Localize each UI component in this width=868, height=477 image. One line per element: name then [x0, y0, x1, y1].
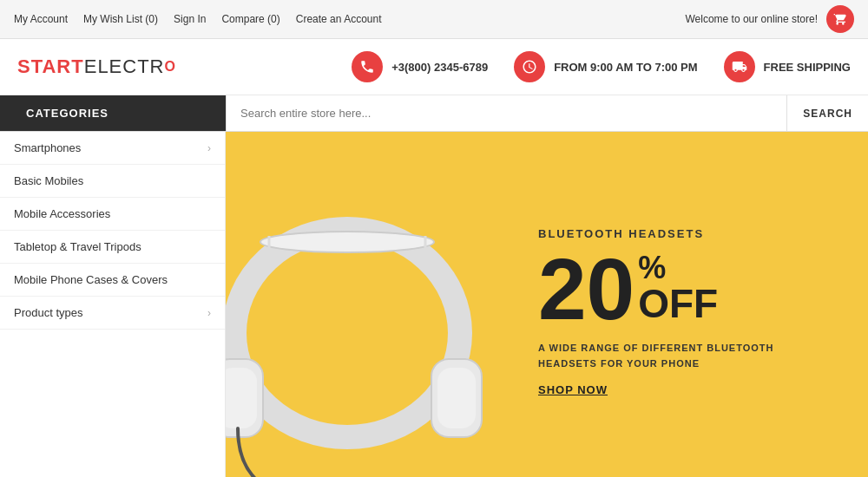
nav-bar: CATEGORIES SEARCH [0, 95, 868, 132]
hero-off: OFF [638, 284, 718, 323]
sign-in-link[interactable]: Sign In [174, 13, 206, 25]
search-button[interactable]: SEARCH [786, 95, 868, 131]
phone-icon [359, 59, 375, 75]
phone-text: +3(800) 2345-6789 [391, 61, 488, 74]
hero-banner: BLUETOOTH HEADSETS 20 % OFF A WIDE RANGE… [226, 132, 868, 477]
chevron-right-icon: › [207, 307, 211, 319]
sidebar: Smartphones › Basic Mobiles Mobile Acces… [0, 132, 226, 477]
hours-info: FROM 9:00 AM TO 7:00 PM [514, 51, 697, 82]
clock-icon [522, 59, 537, 75]
top-bar-links: My Account My Wish List (0) Sign In Comp… [14, 13, 382, 25]
compare-link[interactable]: Compare (0) [221, 13, 279, 25]
truck-icon [732, 59, 747, 75]
sidebar-item-mobile-accessories[interactable]: Mobile Accessories [0, 198, 225, 231]
sidebar-item-label: Product types [14, 306, 83, 319]
hero-percent: % [638, 252, 718, 284]
shipping-text: FREE SHIPPING [764, 61, 851, 74]
logo[interactable]: START ELECTR O [17, 56, 175, 78]
header: START ELECTR O +3(800) 2345-6789 FROM 9:… [0, 39, 868, 95]
chevron-right-icon: › [207, 142, 211, 154]
phone-info: +3(800) 2345-6789 [352, 51, 488, 82]
cart-icon [833, 12, 847, 26]
top-bar: My Account My Wish List (0) Sign In Comp… [0, 0, 868, 39]
hero-subtitle: BLUETOOTH HEADSETS [538, 227, 774, 240]
logo-electro: ELECTR [84, 56, 165, 78]
sidebar-item-product-types[interactable]: Product types › [0, 297, 225, 330]
sidebar-item-label: Smartphones [14, 141, 81, 154]
main-content: Smartphones › Basic Mobiles Mobile Acces… [0, 132, 868, 477]
hero-description: A WIDE RANGE OF DIFFERENT BLUETOOTH HEAD… [538, 341, 774, 371]
hero-percent-off: % OFF [638, 252, 718, 323]
top-bar-right: Welcome to our online store! [685, 5, 854, 33]
logo-start: START [17, 56, 84, 78]
truck-icon-circle [724, 51, 755, 82]
sidebar-item-tabletop[interactable]: Tabletop & Travel Tripods [0, 231, 225, 264]
create-account-link[interactable]: Create an Account [296, 13, 382, 25]
sidebar-item-basic-mobiles[interactable]: Basic Mobiles [0, 165, 225, 198]
cart-button[interactable] [826, 5, 854, 33]
wishlist-link[interactable]: My Wish List (0) [83, 13, 158, 25]
sidebar-item-label: Mobile Phone Cases & Covers [14, 273, 168, 286]
svg-rect-4 [437, 368, 476, 428]
svg-point-5 [260, 232, 434, 252]
sidebar-item-label: Mobile Accessories [14, 207, 110, 220]
phone-icon-circle [352, 51, 383, 82]
sidebar-item-label: Basic Mobiles [14, 174, 83, 187]
categories-button[interactable]: CATEGORIES [0, 95, 226, 131]
welcome-text: Welcome to our online store! [685, 13, 818, 25]
shipping-info: FREE SHIPPING [724, 51, 851, 82]
svg-point-0 [234, 229, 460, 437]
hours-text: FROM 9:00 AM TO 7:00 PM [554, 61, 697, 74]
hero-number: 20 [538, 245, 635, 332]
hero-content: BLUETOOTH HEADSETS 20 % OFF A WIDE RANGE… [538, 227, 774, 397]
header-info: +3(800) 2345-6789 FROM 9:00 AM TO 7:00 P… [352, 51, 851, 82]
hero-discount: 20 % OFF [538, 245, 774, 332]
sidebar-item-label: Tabletop & Travel Tripods [14, 240, 141, 253]
clock-icon-circle [514, 51, 545, 82]
logo-dot: O [165, 59, 175, 75]
sidebar-item-cases-covers[interactable]: Mobile Phone Cases & Covers [0, 264, 225, 297]
my-account-link[interactable]: My Account [14, 13, 68, 25]
search-input[interactable] [227, 95, 786, 131]
search-area: SEARCH [226, 95, 868, 131]
sidebar-item-smartphones[interactable]: Smartphones › [0, 132, 225, 165]
shop-now-link[interactable]: SHOP NOW [538, 383, 608, 396]
categories-label: CATEGORIES [26, 107, 108, 120]
headphones-image [226, 194, 495, 477]
svg-rect-2 [226, 368, 257, 428]
